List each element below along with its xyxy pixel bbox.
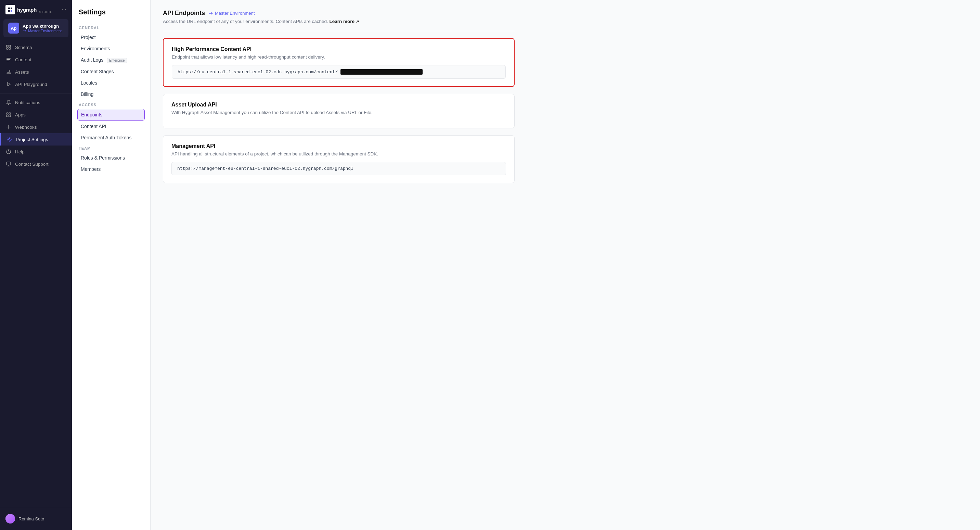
settings-sidebar: Settings GENERAL Project Environments Au… (72, 0, 151, 530)
svg-point-14 (8, 139, 10, 140)
env-icon (22, 29, 27, 33)
sidebar-item-label: Content (15, 57, 31, 62)
svg-rect-3 (9, 48, 11, 49)
api-card-high-performance: High Performance Content API Endpoint th… (163, 38, 515, 87)
settings-nav-billing[interactable]: Billing (77, 89, 145, 100)
svg-marker-8 (8, 83, 10, 86)
nav-items: Schema Content Assets (0, 40, 72, 508)
project-env: Master Environment (22, 29, 62, 33)
content-area: API Endpoints Master Environment Access … (151, 0, 527, 200)
nav-bottom: Romina Soto (0, 508, 72, 530)
sidebar-item-api-playground[interactable]: API Playground (0, 78, 72, 90)
endpoint-box-management[interactable]: https://management-eu-central-1-shared-e… (172, 162, 506, 175)
logo-text: hygraph (17, 7, 37, 13)
webhooks-icon (5, 124, 12, 130)
api-card-management: Management API API handling all structur… (163, 135, 515, 183)
sidebar-item-label: Contact Support (15, 161, 49, 167)
settings-nav-project[interactable]: Project (77, 32, 145, 43)
settings-nav-locales[interactable]: Locales (77, 77, 145, 88)
settings-nav-content-stages[interactable]: Content Stages (77, 66, 145, 77)
settings-nav-content-api[interactable]: Content API (77, 121, 145, 132)
env-link-text: Master Environment (215, 11, 255, 16)
api-card-title: Asset Upload API (172, 102, 506, 108)
settings-nav-endpoints[interactable]: Endpoints (77, 109, 145, 121)
project-name: App walkthrough (22, 24, 62, 29)
api-card-desc: With Hygraph Asset Management you can ut… (172, 110, 506, 115)
contact-support-icon (5, 161, 12, 167)
endpoint-redacted (340, 69, 423, 75)
content-icon (5, 56, 12, 63)
sidebar-item-label: Schema (15, 45, 32, 50)
sidebar-item-webhooks[interactable]: Webhooks (0, 121, 72, 133)
api-card-title: Management API (172, 143, 506, 149)
user-info[interactable]: Romina Soto (0, 511, 72, 527)
logo-studio-text: STUDIO (39, 10, 53, 14)
endpoint-box-high-performance[interactable]: https://eu-central-1-shared-eucl-02.cdn.… (172, 65, 506, 79)
settings-section-team-label: TEAM (77, 144, 145, 152)
project-settings-icon (6, 136, 12, 142)
logo-area: hygraph STUDIO ··· (0, 0, 72, 19)
api-playground-icon (5, 81, 12, 87)
sidebar-item-notifications[interactable]: Notifications (0, 96, 72, 109)
logo-mark (5, 5, 15, 14)
api-card-desc: Endpoint that allows low latency and hig… (172, 54, 506, 59)
svg-rect-9 (6, 113, 8, 114)
api-card-desc: API handling all structural elements of … (172, 151, 506, 156)
settings-title: Settings (77, 8, 145, 16)
project-info[interactable]: Ap App walkthrough Master Environment (3, 19, 68, 37)
user-avatar (5, 514, 15, 524)
svg-rect-6 (6, 61, 9, 61)
settings-nav-environments[interactable]: Environments (77, 43, 145, 54)
settings-section-access-label: ACCESS (77, 100, 145, 109)
sidebar-item-label: Assets (15, 70, 29, 75)
assets-icon (5, 69, 12, 75)
project-details: App walkthrough Master Environment (22, 24, 62, 33)
more-options-icon[interactable]: ··· (62, 6, 66, 13)
apps-icon (5, 112, 12, 118)
sidebar-item-label: Project Settings (16, 137, 48, 142)
page-header: API Endpoints Master Environment Access … (163, 10, 515, 24)
header-divider (163, 31, 515, 31)
sidebar-item-label: Notifications (15, 100, 40, 105)
settings-section-general-label: GENERAL (77, 23, 145, 32)
user-name: Romina Soto (19, 516, 44, 522)
user-avatar-image (5, 514, 15, 524)
settings-nav-roles-permissions[interactable]: Roles & Permissions (77, 152, 145, 163)
page-subtitle: Access the URL endpoint of any of your e… (163, 19, 515, 24)
sidebar-item-content[interactable]: Content (0, 53, 72, 66)
svg-rect-1 (9, 45, 11, 47)
page-title: API Endpoints (163, 10, 205, 17)
project-avatar: Ap (8, 22, 19, 34)
enterprise-badge: Enterprise (107, 58, 127, 63)
sidebar-item-label: Webhooks (15, 125, 37, 130)
sidebar-item-apps[interactable]: Apps (0, 109, 72, 121)
sidebar-item-label: Apps (15, 112, 25, 117)
sidebar-item-schema[interactable]: Schema (0, 41, 72, 53)
env-link-icon (208, 11, 213, 16)
settings-nav-permanent-auth-tokens[interactable]: Permanent Auth Tokens (77, 132, 145, 143)
sidebar-item-contact-support[interactable]: Contact Support (0, 158, 72, 170)
sidebar-item-label: Help (15, 149, 25, 155)
svg-rect-4 (6, 58, 11, 59)
sidebar-item-assets[interactable]: Assets (0, 66, 72, 78)
svg-rect-17 (6, 162, 11, 165)
sidebar-item-label: API Playground (15, 82, 47, 87)
endpoint-text: https://eu-central-1-shared-eucl-02.cdn.… (178, 70, 338, 75)
env-link[interactable]: Master Environment (208, 11, 255, 16)
page-header-top: API Endpoints Master Environment (163, 10, 515, 17)
external-link-icon: ↗ (356, 19, 359, 24)
endpoint-text: https://management-eu-central-1-shared-e… (177, 166, 353, 171)
sidebar-item-project-settings[interactable]: Project Settings (0, 133, 72, 145)
main-content: API Endpoints Master Environment Access … (151, 0, 980, 530)
left-sidebar: hygraph STUDIO ··· Ap App walkthrough Ma… (0, 0, 72, 530)
learn-more-link[interactable]: Learn more ↗ (329, 19, 359, 24)
settings-nav-audit-logs[interactable]: Audit Logs Enterprise (77, 54, 145, 66)
notifications-icon (5, 99, 12, 105)
help-icon (5, 148, 12, 155)
svg-rect-11 (6, 115, 8, 117)
svg-point-13 (8, 126, 9, 128)
svg-point-7 (9, 70, 10, 72)
settings-nav-members[interactable]: Members (77, 164, 145, 175)
svg-rect-12 (9, 115, 11, 117)
sidebar-item-help[interactable]: Help (0, 145, 72, 158)
